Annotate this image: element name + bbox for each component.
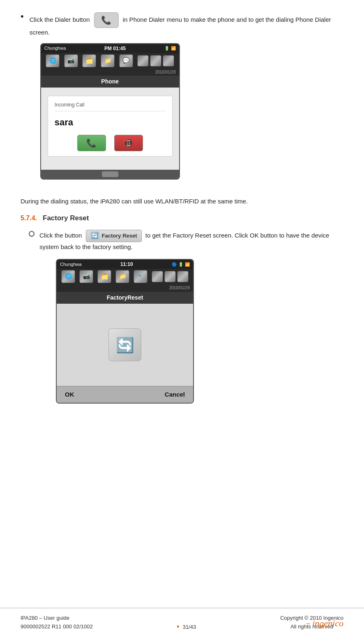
- carrier-2: Chunghwa: [60, 261, 82, 268]
- phone-screen-body-2: 🔄: [57, 304, 193, 386]
- cancel-button[interactable]: Cancel: [165, 390, 185, 399]
- phone-status-bar-1: Chunghwa PM 01:45 🔋 📶: [41, 44, 179, 53]
- sub-bullet-1: Click the button 🔄 Factory Reset to get …: [29, 230, 343, 412]
- bullet-item-1: • Click the Dialer button 📞 in Phone Dia…: [21, 12, 343, 189]
- phone-screenshot-2: Chunghwa 11:10 🔵 🔋 📶 🌐 📷 🗂️ 📁: [56, 259, 194, 403]
- bullet-text-before: Click the Dialer button: [30, 16, 90, 23]
- section-number: 5.7.4.: [21, 215, 37, 222]
- time-2: 11:10: [120, 261, 133, 268]
- nav-icon-2: 📷: [64, 54, 78, 67]
- nav-icon-3: 🗂️: [82, 54, 96, 67]
- time-1: PM 01:45: [104, 45, 126, 52]
- incoming-call-box: Incoming Call sara 📞 📵: [48, 96, 173, 157]
- right-icon-2-3: [177, 271, 189, 282]
- decline-call-button[interactable]: 📵: [114, 135, 143, 151]
- section-heading: 5.7.4. Factory Reset: [21, 214, 343, 222]
- footer-left: IPA280 – User guide 9000002522 R11 000 0…: [21, 614, 93, 631]
- nav-icon-2-3: 🗂️: [97, 270, 111, 283]
- sub-bullet-text: Click the button 🔄 Factory Reset to get …: [39, 230, 343, 412]
- phone-screen-title-2: FactoryReset: [57, 292, 193, 304]
- ingenico-logo: ingenico: [306, 618, 343, 629]
- phone-screen-body-1: Incoming Call sara 📞 📵: [41, 88, 179, 170]
- carrier-1: Chunghwa: [44, 45, 66, 52]
- date-row-1: 2010/01/29: [41, 69, 179, 76]
- right-nav-icons: [137, 55, 174, 67]
- accept-call-button[interactable]: 📞: [77, 135, 106, 151]
- phone-status-bar-2: Chunghwa 11:10 🔵 🔋 📶: [57, 260, 193, 269]
- phone-nav-wrapper-1: 🌐 📷 🗂️ 📁 💬 2010/01/29: [41, 53, 179, 76]
- nav-icon-2-4: 📁: [115, 270, 129, 283]
- section-title: Factory Reset: [43, 214, 89, 222]
- nav-icons-row-1: 🌐 📷 🗂️ 📁 💬: [41, 53, 179, 69]
- right-icon-2-1: [152, 271, 163, 282]
- nav-icon-2-5: 🔧: [134, 270, 147, 283]
- phone-screen-title-1: Phone: [41, 76, 179, 88]
- dialer-button-inline: 📞: [94, 12, 119, 28]
- signal-icon-2: 📶: [185, 261, 190, 268]
- footer-left-line2: 9000002522 R11 000 02/1002: [21, 623, 93, 631]
- ok-button[interactable]: OK: [65, 390, 74, 399]
- page-content: • Click the Dialer button 📞 in Phone Dia…: [0, 0, 364, 451]
- status-icons-2: 🔵 🔋 📶: [172, 261, 190, 268]
- nav-icon-5: 💬: [119, 54, 133, 67]
- phone-ok-cancel-bar: OK Cancel: [57, 386, 193, 402]
- phone-bottom-bar-1: [41, 170, 179, 179]
- right-icon-3: [163, 55, 174, 67]
- nav-icons-row-2: 🌐 📷 🗂️ 📁 🔧: [57, 269, 193, 284]
- phone-icon: 📞: [94, 13, 118, 28]
- phone-home-button-1: [102, 171, 118, 177]
- nav-icon-2-2: 📷: [79, 270, 93, 283]
- right-icon-2: [150, 55, 161, 67]
- phone-nav-wrapper-2: 🌐 📷 🗂️ 📁 🔧 2010/01/29: [57, 269, 193, 292]
- sub-text-before: Click the button: [39, 232, 82, 239]
- status-icons-1: 🔋 📶: [164, 45, 176, 51]
- right-nav-icons-2: [152, 271, 189, 282]
- nav-icon-4: 📁: [101, 54, 115, 67]
- bullet-text-1: Click the Dialer button 📞 in Phone Diale…: [30, 12, 343, 189]
- date-row-2: 2010/01/29: [57, 284, 193, 292]
- sub-bullet-dot: [29, 231, 35, 237]
- factory-reset-button-inline: 🔄 Factory Reset: [86, 230, 142, 242]
- footer-center: • 31/43: [177, 623, 196, 631]
- bullet-dot-1: •: [21, 11, 24, 22]
- footer-page-number: 31/43: [183, 624, 196, 630]
- signal-icon: 📶: [171, 45, 176, 51]
- factory-reset-label: Factory Reset: [102, 232, 137, 240]
- sub-text-after: to get the Factory Reset screen. Click O…: [39, 232, 329, 250]
- footer-dot: •: [177, 623, 179, 631]
- right-icon-2-2: [164, 271, 176, 282]
- factory-reset-icon: 🔄: [90, 231, 99, 240]
- battery-icon-2: 🔋: [178, 261, 183, 268]
- battery-icon: 🔋: [164, 45, 169, 51]
- call-buttons: 📞 📵: [55, 135, 166, 151]
- bt-icon: 🔵: [172, 261, 177, 268]
- incoming-call-label: Incoming Call: [55, 101, 166, 111]
- right-icon-1: [137, 55, 149, 67]
- ingenico-logo-text: ingenico: [312, 618, 343, 628]
- phone-screenshot-1: Chunghwa PM 01:45 🔋 📶 🌐 📷 🗂️ 📁 💬: [40, 43, 180, 180]
- factory-reset-icon-box: 🔄: [108, 328, 141, 361]
- footer-left-line1: IPA280 – User guide: [21, 614, 93, 623]
- divider-text: During the dialing status, the iPA280 ca…: [21, 197, 343, 206]
- nav-icon-1: 🌐: [46, 54, 60, 67]
- nav-icon-2-1: 🌐: [61, 270, 75, 283]
- incoming-caller: sara: [55, 115, 166, 129]
